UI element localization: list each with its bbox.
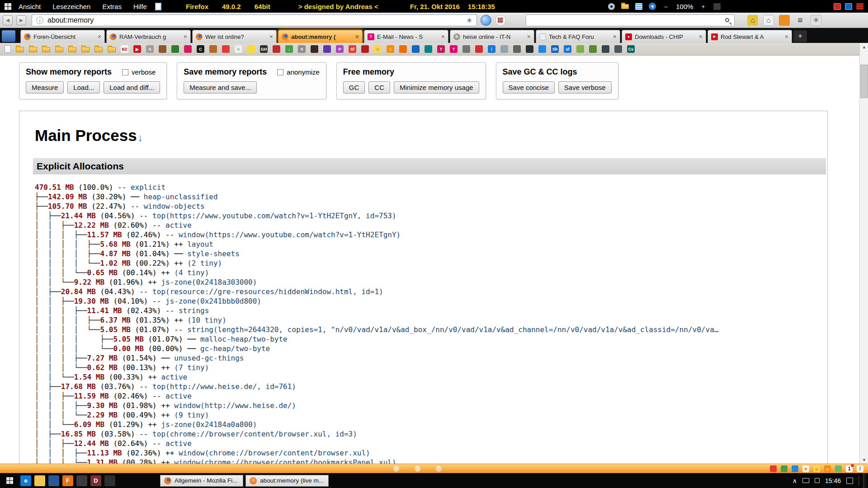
- memory-tree-row[interactable]: │ │ │ │ └──1.02 MB (00.22%) ++ (2 tiny): [35, 258, 827, 268]
- memory-tree-row[interactable]: │ │ │ └──0.62 MB (00.13%) ++ (7 tiny): [35, 363, 827, 372]
- memory-tree-row[interactable]: │ │ │ └──2.29 MB (00.49%) ++ (9 tiny): [35, 410, 827, 420]
- tab-3[interactable]: Wer ist online?×: [192, 30, 277, 43]
- tab-close-icon[interactable]: ×: [785, 33, 788, 40]
- tab-4[interactable]: about:memory (×: [278, 30, 363, 43]
- bookmark-site-icon[interactable]: T: [450, 45, 458, 53]
- cloud-icon[interactable]: [481, 15, 491, 26]
- search-bar[interactable]: [526, 14, 735, 26]
- tab-close-icon[interactable]: ×: [269, 33, 273, 40]
- clock-label[interactable]: 15:46: [825, 477, 841, 484]
- bookmark-site-icon[interactable]: sf: [564, 45, 571, 53]
- bookmark-folder-icon[interactable]: [81, 47, 90, 52]
- memory-tree-row[interactable]: │ │ │ │ └──5.05 MB (01.07%) -- string(le…: [35, 325, 827, 334]
- bookmark-site-icon[interactable]: BZ: [121, 45, 128, 53]
- url-bar[interactable]: i about:memory ∗: [32, 14, 477, 26]
- wrench-icon[interactable]: ✳: [811, 15, 821, 26]
- bookmark-site-icon[interactable]: [399, 45, 407, 53]
- monitor-icon[interactable]: [845, 3, 852, 10]
- tab-close-icon[interactable]: ×: [355, 33, 359, 40]
- bookmark-site-icon[interactable]: C: [197, 45, 204, 53]
- memory-tree-row[interactable]: │ │ │ └──1.31 MB (00.28%) ++ window(chro…: [35, 458, 827, 464]
- scrollbar-thumb[interactable]: [860, 65, 868, 98]
- load-and-diff-button[interactable]: Load and diff...: [104, 81, 160, 94]
- bookmark-site-icon[interactable]: [171, 45, 179, 53]
- show-desktop-button[interactable]: [863, 473, 866, 488]
- page-info-icon[interactable]: i: [36, 17, 43, 24]
- smiley-icon[interactable]: ☺: [824, 465, 831, 472]
- memory-tree-row[interactable]: │ │ └──6.09 MB (01.29%) ++ js-zone(0x241…: [35, 420, 827, 429]
- memory-tree-row[interactable]: │ │ │ ├──11.13 MB (02.36%) ++ window(chr…: [35, 448, 827, 458]
- bookmark-site-icon[interactable]: A: [146, 45, 154, 53]
- tab-8[interactable]: ▼Downloads - CHIP×: [622, 30, 706, 43]
- bookmark-site-icon[interactable]: T: [437, 45, 445, 53]
- cpu-meter-icon[interactable]: [834, 3, 841, 10]
- zoom-out-button[interactable]: –: [662, 3, 670, 10]
- memory-tree-row[interactable]: │ │ └──9.22 MB (01.96%) ++ js-zone(0x241…: [35, 277, 827, 287]
- menu-item-extras[interactable]: Extras: [102, 3, 122, 10]
- app-dark-icon[interactable]: [76, 475, 87, 486]
- bookmark-folder-icon[interactable]: [16, 47, 24, 52]
- addon-blue-icon[interactable]: [792, 465, 798, 472]
- memory-tree-row[interactable]: ├──142.09 MB (30.20%) ── heap-unclassifi…: [35, 192, 827, 202]
- firefox-icon[interactable]: F: [62, 475, 73, 486]
- tab-close-icon[interactable]: ×: [98, 33, 101, 40]
- jump-down-link[interactable]: ↓: [138, 132, 143, 143]
- memory-tree-row[interactable]: │ ├──17.68 MB (03.76%) -- top(http://www…: [35, 382, 827, 391]
- addon-robot-icon[interactable]: [713, 3, 721, 10]
- bookmark-site-icon[interactable]: [526, 45, 533, 53]
- bookmark-site-icon[interactable]: P: [336, 45, 344, 53]
- bookmark-site-icon[interactable]: [209, 45, 217, 53]
- load-button[interactable]: Load...: [67, 81, 100, 94]
- memory-tree-row[interactable]: │ │ │ │ └──0.00 MB (00.00%) ── gc-heap/t…: [35, 344, 827, 353]
- bookmark-site-icon[interactable]: [323, 45, 331, 53]
- tab-5[interactable]: TE-Mail - News - S×: [364, 30, 448, 43]
- tab-close-icon[interactable]: ×: [699, 33, 703, 40]
- bookmark-folder-icon[interactable]: [42, 47, 50, 52]
- edge-icon[interactable]: e: [20, 475, 31, 486]
- memory-tree-row[interactable]: │ │ ├──12.22 MB (02.60%) -- active: [35, 221, 827, 230]
- smiley-icon[interactable]: ☺: [813, 465, 820, 472]
- url-text[interactable]: about:memory: [47, 16, 462, 24]
- windows-logo-icon[interactable]: [5, 3, 11, 10]
- search-input[interactable]: [530, 16, 725, 24]
- amazon-icon[interactable]: [779, 15, 790, 26]
- home-icon[interactable]: ⌂: [747, 15, 758, 26]
- verbose-checkbox[interactable]: [122, 69, 128, 75]
- memory-tree-row[interactable]: 470.51 MB (100.0%) -- explicit: [35, 183, 827, 192]
- bookmark-site-icon[interactable]: S: [298, 45, 306, 53]
- tab-close-icon[interactable]: ×: [613, 33, 617, 40]
- bookmark-site-icon[interactable]: [538, 45, 546, 53]
- tab-close-icon[interactable]: ×: [527, 33, 531, 40]
- new-tab-button[interactable]: +: [793, 30, 807, 42]
- bookmark-site-icon[interactable]: ↓: [285, 45, 293, 53]
- bookmark-site-icon[interactable]: [159, 45, 166, 53]
- start-button[interactable]: [2, 473, 17, 488]
- grid-icon[interactable]: [495, 15, 506, 26]
- memory-tree-row[interactable]: │ ├──21.44 MB (04.56%) -- top(https://ww…: [35, 211, 827, 221]
- addon-red-icon[interactable]: [770, 465, 777, 472]
- download-arrow-icon[interactable]: ▼: [649, 3, 656, 10]
- bookmark-site-icon[interactable]: Sh: [551, 45, 559, 53]
- notification-icon[interactable]: [846, 478, 853, 484]
- zoom-in-button[interactable]: +: [700, 3, 707, 10]
- mail-count-icon[interactable]: 1: [846, 465, 853, 472]
- gear-icon[interactable]: [608, 3, 615, 10]
- memory-tree-row[interactable]: │ │ ├──11.59 MB (02.46%) -- active: [35, 391, 827, 401]
- bookmark-site-icon[interactable]: i: [488, 45, 495, 53]
- bookmark-site-icon[interactable]: [589, 45, 597, 53]
- bookmark-site-icon[interactable]: [500, 45, 508, 53]
- save-verbose-button[interactable]: Save verbose: [558, 81, 612, 94]
- page-action-icon[interactable]: ∗: [467, 16, 472, 24]
- pencil-icon[interactable]: /: [857, 465, 863, 472]
- bookmark-site-icon[interactable]: ≈: [235, 45, 242, 53]
- bookmark-site-icon[interactable]: [222, 45, 230, 53]
- save-concise-button[interactable]: Save concise: [503, 81, 555, 94]
- memory-tree-row[interactable]: │ │ │ ├──11.57 MB (02.46%) -- window(htt…: [35, 230, 827, 239]
- memory-tree-row[interactable]: │ │ ├──19.30 MB (04.10%) -- js-zone(0x24…: [35, 296, 827, 306]
- memory-tree-row[interactable]: │ ├──20.84 MB (04.43%) -- top(resource:/…: [35, 287, 827, 296]
- app-button[interactable]: [2, 30, 15, 42]
- memory-tree-row[interactable]: │ │ │ │ ├──5.68 MB (01.21%) ++ layout: [35, 239, 827, 249]
- tab-close-icon[interactable]: ×: [184, 33, 187, 40]
- bookmark-folder-icon[interactable]: [68, 47, 76, 52]
- menu-item-ansicht[interactable]: Ansicht: [19, 3, 41, 10]
